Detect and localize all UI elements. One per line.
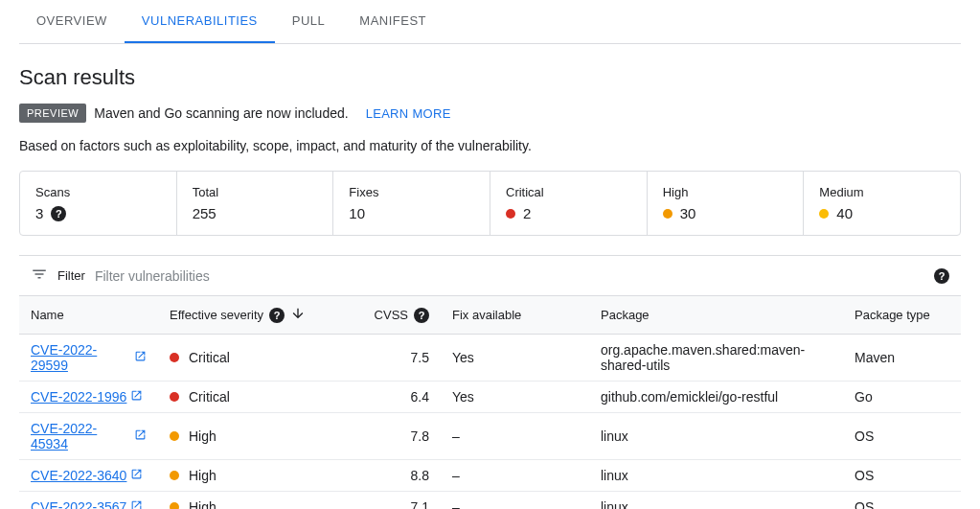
description-text: Based on factors such as exploitability,… — [19, 138, 961, 153]
sort-descending-icon[interactable] — [290, 306, 306, 324]
stat-label: Scans — [35, 185, 161, 199]
severity-dot-critical-icon — [170, 392, 179, 402]
cvss-value: 8.8 — [359, 460, 441, 492]
fix-available: – — [441, 492, 589, 510]
package-name: linux — [589, 492, 843, 510]
package-name: github.com/emicklei/go-restful — [589, 382, 843, 413]
cvss-value: 7.5 — [359, 335, 441, 382]
help-icon[interactable]: ? — [414, 308, 429, 323]
column-header-fix[interactable]: Fix available — [441, 296, 589, 335]
banner-text: Maven and Go scanning are now included. — [94, 105, 348, 121]
package-name: org.apache.maven.shared:maven-shared-uti… — [589, 335, 843, 382]
column-header-name[interactable]: Name — [19, 296, 158, 335]
severity-dot-critical-icon — [506, 209, 515, 219]
column-header-package-type[interactable]: Package type — [843, 296, 961, 335]
stat-value: 40 — [836, 205, 853, 221]
cvss-value: 7.8 — [359, 413, 441, 460]
tab-manifest[interactable]: MANIFEST — [342, 0, 444, 43]
severity-text: Critical — [189, 350, 230, 365]
stat-scans: Scans 3 ? — [20, 172, 177, 235]
stat-medium: Medium 40 — [804, 172, 960, 235]
stat-fixes: Fixes 10 — [333, 172, 490, 235]
severity-text: Critical — [189, 389, 230, 405]
column-header-package[interactable]: Package — [589, 296, 843, 335]
cve-link[interactable]: CVE-2022-3640 — [31, 468, 143, 483]
table-row: CVE-2022-45934High7.8–linuxOS — [19, 413, 961, 460]
package-type: OS — [843, 460, 961, 492]
stat-label: Critical — [506, 185, 631, 199]
help-icon[interactable]: ? — [51, 206, 66, 221]
table-row: CVE-2022-3567High7.1–linuxOS — [19, 492, 961, 510]
stat-total: Total 255 — [177, 172, 334, 235]
column-header-severity[interactable]: Effective severity ? — [158, 296, 359, 335]
stat-critical: Critical 2 — [490, 172, 648, 235]
package-type: Maven — [843, 335, 961, 382]
severity-text: High — [189, 428, 217, 444]
stat-label: Medium — [819, 185, 945, 199]
cve-link[interactable]: CVE-2022-3567 — [31, 499, 143, 509]
help-icon[interactable]: ? — [269, 308, 285, 323]
vulnerabilities-table: Name Effective severity ? CVSS ? Fix ava… — [19, 295, 961, 509]
package-name: linux — [589, 413, 843, 460]
filter-icon[interactable] — [31, 266, 48, 286]
tab-vulnerabilities[interactable]: VULNERABILITIES — [125, 0, 275, 43]
severity-dot-medium-icon — [819, 209, 829, 219]
column-header-cvss[interactable]: CVSS ? — [359, 296, 441, 335]
package-name: linux — [589, 460, 843, 492]
stat-value: 30 — [680, 205, 696, 221]
stat-value: 255 — [193, 205, 217, 221]
severity-dot-high-icon — [170, 431, 179, 441]
cvss-value: 6.4 — [359, 382, 441, 413]
severity-dot-high-icon — [170, 471, 179, 480]
external-link-icon — [134, 428, 147, 444]
tab-pull[interactable]: PULL — [275, 0, 343, 43]
tab-bar: OVERVIEWVULNERABILITIESPULLMANIFEST — [19, 0, 961, 44]
cve-link[interactable]: CVE-2022-29599 — [31, 342, 147, 373]
stat-high: High 30 — [648, 172, 805, 235]
package-type: OS — [843, 413, 961, 460]
severity-dot-high-icon — [663, 209, 672, 219]
package-type: Go — [843, 382, 961, 413]
table-row: CVE-2022-3640High8.8–linuxOS — [19, 460, 961, 492]
severity-text: High — [189, 499, 217, 509]
fix-available: Yes — [441, 335, 589, 382]
cve-link[interactable]: CVE-2022-45934 — [31, 421, 147, 451]
stat-label: Fixes — [349, 185, 474, 199]
stat-label: Total — [193, 185, 318, 199]
severity-dot-high-icon — [170, 502, 179, 509]
stats-panel: Scans 3 ? Total 255 Fixes 10 Critical 2 … — [19, 171, 961, 236]
external-link-icon — [130, 499, 143, 509]
fix-available: Yes — [441, 382, 589, 413]
fix-available: – — [441, 460, 589, 492]
stat-value: 10 — [349, 205, 365, 221]
filter-label: Filter — [57, 268, 85, 283]
table-row: CVE-2022-1996Critical6.4Yesgithub.com/em… — [19, 382, 961, 413]
package-type: OS — [843, 492, 961, 510]
filter-bar: Filter ? — [19, 255, 961, 295]
external-link-icon — [134, 350, 147, 365]
cve-link[interactable]: CVE-2022-1996 — [31, 389, 143, 405]
severity-text: High — [189, 468, 217, 483]
stat-value: 3 — [35, 205, 43, 221]
help-icon[interactable]: ? — [934, 268, 949, 284]
learn-more-link[interactable]: LEARN MORE — [366, 106, 451, 121]
filter-input[interactable] — [95, 268, 382, 284]
severity-dot-critical-icon — [170, 353, 179, 362]
tab-overview[interactable]: OVERVIEW — [19, 0, 125, 43]
stat-label: High — [663, 185, 788, 199]
cvss-value: 7.1 — [359, 492, 441, 510]
stat-value: 2 — [523, 205, 531, 221]
external-link-icon — [130, 468, 143, 483]
table-row: CVE-2022-29599Critical7.5Yesorg.apache.m… — [19, 335, 961, 382]
preview-banner: PREVIEW Maven and Go scanning are now in… — [19, 104, 961, 123]
fix-available: – — [441, 413, 589, 460]
preview-chip: PREVIEW — [19, 104, 86, 123]
external-link-icon — [130, 389, 143, 405]
page-title: Scan results — [19, 65, 961, 90]
